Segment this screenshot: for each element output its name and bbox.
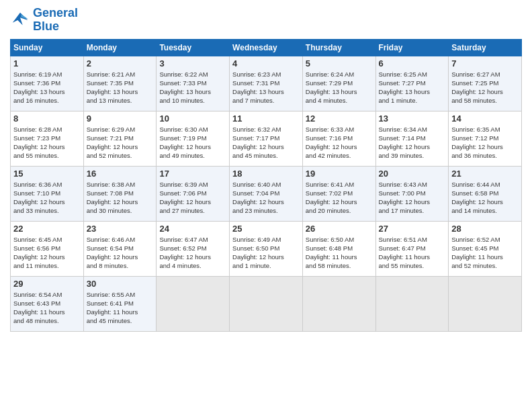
calendar-cell: 8Sunrise: 6:28 AMSunset: 7:23 PMDaylight… xyxy=(11,111,84,166)
calendar-cell: 6Sunrise: 6:25 AMSunset: 7:27 PMDaylight… xyxy=(375,56,449,111)
calendar-cell: 24Sunrise: 6:47 AMSunset: 6:52 PMDayligh… xyxy=(157,221,230,276)
week-row-2: 8Sunrise: 6:28 AMSunset: 7:23 PMDaylight… xyxy=(11,111,522,166)
day-info: Sunrise: 6:29 AMSunset: 7:21 PMDaylight:… xyxy=(87,125,154,161)
calendar-cell: 9Sunrise: 6:29 AMSunset: 7:21 PMDaylight… xyxy=(83,111,157,166)
calendar-cell: 7Sunrise: 6:27 AMSunset: 7:25 PMDaylight… xyxy=(449,56,522,111)
calendar-cell: 17Sunrise: 6:39 AMSunset: 7:06 PMDayligh… xyxy=(157,166,230,221)
logo-text: General Blue xyxy=(33,7,78,34)
day-number: 22 xyxy=(13,224,81,234)
day-info: Sunrise: 6:55 AMSunset: 6:41 PMDaylight:… xyxy=(87,290,154,326)
day-info: Sunrise: 6:36 AMSunset: 7:10 PMDaylight:… xyxy=(13,180,81,216)
calendar-cell: 2Sunrise: 6:21 AMSunset: 7:35 PMDaylight… xyxy=(83,56,157,111)
day-info: Sunrise: 6:24 AMSunset: 7:29 PMDaylight:… xyxy=(306,70,373,105)
day-info: Sunrise: 6:43 AMSunset: 7:00 PMDaylight:… xyxy=(379,180,446,216)
calendar-cell: 20Sunrise: 6:43 AMSunset: 7:00 PMDayligh… xyxy=(375,166,449,221)
day-header-friday: Friday xyxy=(375,39,449,56)
day-number: 19 xyxy=(306,169,373,179)
calendar-cell: 5Sunrise: 6:24 AMSunset: 7:29 PMDaylight… xyxy=(302,56,375,111)
day-number: 18 xyxy=(232,169,300,179)
svg-marker-0 xyxy=(13,13,28,26)
day-number: 7 xyxy=(451,58,519,68)
day-number: 6 xyxy=(379,58,446,68)
calendar-cell: 11Sunrise: 6:32 AMSunset: 7:17 PMDayligh… xyxy=(230,111,303,166)
calendar-cell: 4Sunrise: 6:23 AMSunset: 7:31 PMDaylight… xyxy=(230,56,303,111)
day-number: 29 xyxy=(13,279,81,289)
day-number: 30 xyxy=(87,279,154,289)
day-info: Sunrise: 6:25 AMSunset: 7:27 PMDaylight:… xyxy=(379,70,446,105)
day-info: Sunrise: 6:30 AMSunset: 7:19 PMDaylight:… xyxy=(159,125,226,161)
day-info: Sunrise: 6:54 AMSunset: 6:43 PMDaylight:… xyxy=(13,290,81,326)
day-info: Sunrise: 6:34 AMSunset: 7:14 PMDaylight:… xyxy=(379,125,446,161)
calendar-cell: 28Sunrise: 6:52 AMSunset: 6:45 PMDayligh… xyxy=(449,221,522,276)
calendar-cell: 29Sunrise: 6:54 AMSunset: 6:43 PMDayligh… xyxy=(11,276,84,331)
calendar-cell: 21Sunrise: 6:44 AMSunset: 6:58 PMDayligh… xyxy=(449,166,522,221)
calendar-cell xyxy=(375,276,449,331)
day-info: Sunrise: 6:38 AMSunset: 7:08 PMDaylight:… xyxy=(87,180,154,216)
day-header-monday: Monday xyxy=(83,39,157,56)
day-header-tuesday: Tuesday xyxy=(157,39,230,56)
day-number: 10 xyxy=(159,113,226,124)
calendar-cell: 12Sunrise: 6:33 AMSunset: 7:16 PMDayligh… xyxy=(302,111,375,166)
day-header-saturday: Saturday xyxy=(449,39,522,56)
day-info: Sunrise: 6:22 AMSunset: 7:33 PMDaylight:… xyxy=(159,70,226,105)
day-info: Sunrise: 6:45 AMSunset: 6:56 PMDaylight:… xyxy=(13,235,81,271)
day-info: Sunrise: 6:23 AMSunset: 7:31 PMDaylight:… xyxy=(232,70,300,105)
day-number: 27 xyxy=(379,224,446,234)
day-number: 2 xyxy=(87,58,154,68)
day-number: 15 xyxy=(13,169,81,179)
day-number: 3 xyxy=(159,58,226,68)
day-number: 12 xyxy=(306,113,373,124)
calendar-cell: 23Sunrise: 6:46 AMSunset: 6:54 PMDayligh… xyxy=(83,221,157,276)
calendar-cell: 3Sunrise: 6:22 AMSunset: 7:33 PMDaylight… xyxy=(157,56,230,111)
day-number: 25 xyxy=(232,224,300,234)
day-info: Sunrise: 6:33 AMSunset: 7:16 PMDaylight:… xyxy=(306,125,373,161)
day-number: 20 xyxy=(379,169,446,179)
calendar-cell: 13Sunrise: 6:34 AMSunset: 7:14 PMDayligh… xyxy=(375,111,449,166)
day-info: Sunrise: 6:28 AMSunset: 7:23 PMDaylight:… xyxy=(13,125,81,161)
day-info: Sunrise: 6:44 AMSunset: 6:58 PMDaylight:… xyxy=(451,180,519,216)
calendar-cell xyxy=(449,276,522,331)
logo: General Blue xyxy=(10,7,78,34)
day-info: Sunrise: 6:40 AMSunset: 7:04 PMDaylight:… xyxy=(232,180,300,216)
calendar-cell: 14Sunrise: 6:35 AMSunset: 7:12 PMDayligh… xyxy=(449,111,522,166)
day-info: Sunrise: 6:27 AMSunset: 7:25 PMDaylight:… xyxy=(451,70,519,105)
calendar-cell xyxy=(230,276,303,331)
day-number: 4 xyxy=(232,58,300,68)
day-number: 11 xyxy=(232,113,300,124)
day-number: 8 xyxy=(13,113,81,124)
day-number: 17 xyxy=(159,169,226,179)
day-info: Sunrise: 6:39 AMSunset: 7:06 PMDaylight:… xyxy=(159,180,226,216)
calendar-cell xyxy=(157,276,230,331)
week-row-4: 22Sunrise: 6:45 AMSunset: 6:56 PMDayligh… xyxy=(11,221,522,276)
calendar-table: SundayMondayTuesdayWednesdayThursdayFrid… xyxy=(10,39,522,332)
day-number: 14 xyxy=(451,113,519,124)
calendar-cell: 30Sunrise: 6:55 AMSunset: 6:41 PMDayligh… xyxy=(83,276,157,331)
day-info: Sunrise: 6:46 AMSunset: 6:54 PMDaylight:… xyxy=(87,235,154,271)
calendar-cell: 19Sunrise: 6:41 AMSunset: 7:02 PMDayligh… xyxy=(302,166,375,221)
day-number: 23 xyxy=(87,224,154,234)
logo-icon xyxy=(10,10,30,30)
day-info: Sunrise: 6:21 AMSunset: 7:35 PMDaylight:… xyxy=(87,70,154,105)
day-number: 13 xyxy=(379,113,446,124)
day-info: Sunrise: 6:32 AMSunset: 7:17 PMDaylight:… xyxy=(232,125,300,161)
day-info: Sunrise: 6:19 AMSunset: 7:36 PMDaylight:… xyxy=(13,70,81,105)
day-number: 9 xyxy=(87,113,154,124)
week-row-5: 29Sunrise: 6:54 AMSunset: 6:43 PMDayligh… xyxy=(11,276,522,331)
calendar-cell: 27Sunrise: 6:51 AMSunset: 6:47 PMDayligh… xyxy=(375,221,449,276)
day-info: Sunrise: 6:35 AMSunset: 7:12 PMDaylight:… xyxy=(451,125,519,161)
day-header-thursday: Thursday xyxy=(302,39,375,56)
day-info: Sunrise: 6:41 AMSunset: 7:02 PMDaylight:… xyxy=(306,180,373,216)
day-number: 1 xyxy=(13,58,81,68)
day-number: 21 xyxy=(451,169,519,179)
calendar-cell: 26Sunrise: 6:50 AMSunset: 6:48 PMDayligh… xyxy=(302,221,375,276)
calendar-cell: 1Sunrise: 6:19 AMSunset: 7:36 PMDaylight… xyxy=(11,56,84,111)
day-number: 16 xyxy=(87,169,154,179)
calendar-cell: 10Sunrise: 6:30 AMSunset: 7:19 PMDayligh… xyxy=(157,111,230,166)
calendar-cell: 16Sunrise: 6:38 AMSunset: 7:08 PMDayligh… xyxy=(83,166,157,221)
week-row-3: 15Sunrise: 6:36 AMSunset: 7:10 PMDayligh… xyxy=(11,166,522,221)
day-header-wednesday: Wednesday xyxy=(230,39,303,56)
header: General Blue xyxy=(10,7,522,34)
day-info: Sunrise: 6:50 AMSunset: 6:48 PMDaylight:… xyxy=(306,235,373,271)
day-number: 24 xyxy=(159,224,226,234)
calendar-header-row: SundayMondayTuesdayWednesdayThursdayFrid… xyxy=(11,39,522,56)
